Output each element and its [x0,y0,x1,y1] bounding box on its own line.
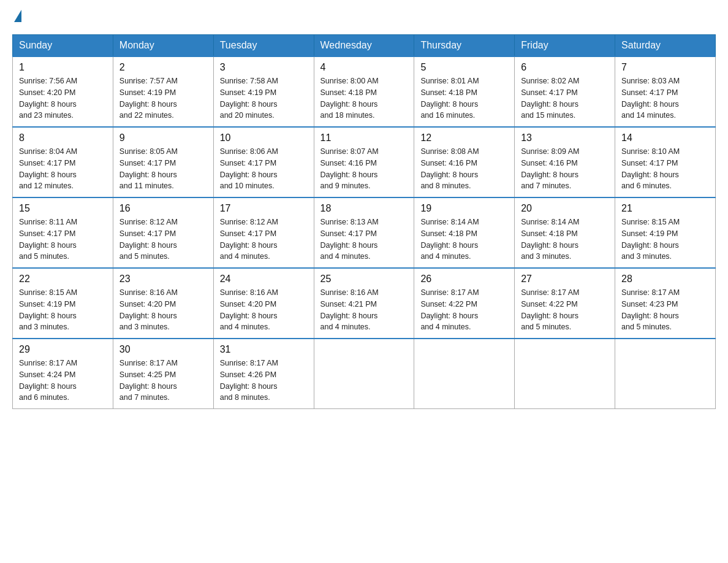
header-friday: Friday [515,35,615,57]
page-header [12,12,716,22]
day-info: Sunrise: 7:58 AM Sunset: 4:19 PM Dayligh… [220,75,308,121]
day-number: 3 [220,62,308,73]
day-number: 20 [521,203,609,214]
day-info: Sunrise: 8:06 AM Sunset: 4:17 PM Dayligh… [220,146,308,192]
day-number: 8 [19,132,107,144]
day-info: Sunrise: 8:01 AM Sunset: 4:18 PM Dayligh… [420,75,508,121]
day-info: Sunrise: 8:17 AM Sunset: 4:22 PM Dayligh… [521,287,609,333]
day-number: 18 [320,203,408,214]
day-cell-4: 4 Sunrise: 8:00 AM Sunset: 4:18 PM Dayli… [314,56,414,127]
day-number: 27 [521,274,609,285]
day-cell-15: 15 Sunrise: 8:11 AM Sunset: 4:17 PM Dayl… [13,197,113,268]
day-info: Sunrise: 8:00 AM Sunset: 4:18 PM Dayligh… [320,75,408,121]
day-info: Sunrise: 8:04 AM Sunset: 4:17 PM Dayligh… [19,146,107,192]
day-cell-24: 24 Sunrise: 8:16 AM Sunset: 4:20 PM Dayl… [213,268,314,339]
day-info: Sunrise: 8:17 AM Sunset: 4:25 PM Dayligh… [119,358,207,404]
day-number: 28 [621,274,709,285]
day-info: Sunrise: 8:09 AM Sunset: 4:16 PM Dayligh… [521,146,609,192]
day-cell-21: 21 Sunrise: 8:15 AM Sunset: 4:19 PM Dayl… [615,197,716,268]
day-info: Sunrise: 8:17 AM Sunset: 4:22 PM Dayligh… [420,287,508,333]
day-info: Sunrise: 8:15 AM Sunset: 4:19 PM Dayligh… [19,287,107,333]
day-cell-29: 29 Sunrise: 8:17 AM Sunset: 4:24 PM Dayl… [13,339,113,409]
day-number: 23 [119,274,207,285]
day-info: Sunrise: 7:57 AM Sunset: 4:19 PM Dayligh… [119,75,207,121]
day-cell-18: 18 Sunrise: 8:13 AM Sunset: 4:17 PM Dayl… [314,197,414,268]
day-cell-20: 20 Sunrise: 8:14 AM Sunset: 4:18 PM Dayl… [515,197,615,268]
day-cell-30: 30 Sunrise: 8:17 AM Sunset: 4:25 PM Dayl… [113,339,213,409]
day-cell-28: 28 Sunrise: 8:17 AM Sunset: 4:23 PM Dayl… [615,268,716,339]
day-info: Sunrise: 8:14 AM Sunset: 4:18 PM Dayligh… [420,216,508,262]
day-number: 21 [621,203,709,214]
day-cell-2: 2 Sunrise: 7:57 AM Sunset: 4:19 PM Dayli… [113,56,213,127]
day-info: Sunrise: 8:17 AM Sunset: 4:24 PM Dayligh… [19,358,107,404]
header-tuesday: Tuesday [213,35,314,57]
day-cell-23: 23 Sunrise: 8:16 AM Sunset: 4:20 PM Dayl… [113,268,213,339]
week-row-3: 15 Sunrise: 8:11 AM Sunset: 4:17 PM Dayl… [13,197,716,268]
day-cell-25: 25 Sunrise: 8:16 AM Sunset: 4:21 PM Dayl… [314,268,414,339]
day-number: 30 [119,344,207,355]
day-number: 29 [19,344,107,355]
day-info: Sunrise: 8:11 AM Sunset: 4:17 PM Dayligh… [19,216,107,262]
header-wednesday: Wednesday [314,35,414,57]
day-info: Sunrise: 8:16 AM Sunset: 4:20 PM Dayligh… [220,287,308,333]
day-cell-3: 3 Sunrise: 7:58 AM Sunset: 4:19 PM Dayli… [213,56,314,127]
day-number: 16 [119,203,207,214]
day-info: Sunrise: 8:08 AM Sunset: 4:16 PM Dayligh… [420,146,508,192]
day-cell-22: 22 Sunrise: 8:15 AM Sunset: 4:19 PM Dayl… [13,268,113,339]
day-cell-13: 13 Sunrise: 8:09 AM Sunset: 4:16 PM Dayl… [515,127,615,197]
day-info: Sunrise: 8:16 AM Sunset: 4:21 PM Dayligh… [320,287,408,333]
day-number: 6 [521,62,609,73]
day-number: 7 [621,62,709,73]
day-cell-27: 27 Sunrise: 8:17 AM Sunset: 4:22 PM Dayl… [515,268,615,339]
calendar-table: SundayMondayTuesdayWednesdayThursdayFrid… [12,34,716,409]
day-info: Sunrise: 8:12 AM Sunset: 4:17 PM Dayligh… [119,216,207,262]
day-info: Sunrise: 8:02 AM Sunset: 4:17 PM Dayligh… [521,75,609,121]
week-row-2: 8 Sunrise: 8:04 AM Sunset: 4:17 PM Dayli… [13,127,716,197]
day-cell-8: 8 Sunrise: 8:04 AM Sunset: 4:17 PM Dayli… [13,127,113,197]
day-info: Sunrise: 8:14 AM Sunset: 4:18 PM Dayligh… [521,216,609,262]
day-info: Sunrise: 8:17 AM Sunset: 4:23 PM Dayligh… [621,287,709,333]
header-saturday: Saturday [615,35,716,57]
day-number: 9 [119,132,207,144]
day-cell-6: 6 Sunrise: 8:02 AM Sunset: 4:17 PM Dayli… [515,56,615,127]
day-number: 24 [220,274,308,285]
day-cell-16: 16 Sunrise: 8:12 AM Sunset: 4:17 PM Dayl… [113,197,213,268]
day-info: Sunrise: 8:05 AM Sunset: 4:17 PM Dayligh… [119,146,207,192]
day-cell-19: 19 Sunrise: 8:14 AM Sunset: 4:18 PM Dayl… [414,197,515,268]
day-number: 10 [220,132,308,144]
empty-cell [615,339,716,409]
day-info: Sunrise: 8:15 AM Sunset: 4:19 PM Dayligh… [621,216,709,262]
day-cell-10: 10 Sunrise: 8:06 AM Sunset: 4:17 PM Dayl… [213,127,314,197]
day-cell-9: 9 Sunrise: 8:05 AM Sunset: 4:17 PM Dayli… [113,127,213,197]
day-info: Sunrise: 8:03 AM Sunset: 4:17 PM Dayligh… [621,75,709,121]
empty-cell [414,339,515,409]
day-number: 2 [119,62,207,73]
day-cell-1: 1 Sunrise: 7:56 AM Sunset: 4:20 PM Dayli… [13,56,113,127]
day-number: 22 [19,274,107,285]
day-number: 13 [521,132,609,144]
day-info: Sunrise: 8:17 AM Sunset: 4:26 PM Dayligh… [220,358,308,404]
empty-cell [314,339,414,409]
day-info: Sunrise: 8:10 AM Sunset: 4:17 PM Dayligh… [621,146,709,192]
week-row-5: 29 Sunrise: 8:17 AM Sunset: 4:24 PM Dayl… [13,339,716,409]
day-number: 31 [220,344,308,355]
day-info: Sunrise: 8:07 AM Sunset: 4:16 PM Dayligh… [320,146,408,192]
header-monday: Monday [113,35,213,57]
day-number: 12 [420,132,508,144]
day-number: 15 [19,203,107,214]
day-number: 14 [621,132,709,144]
day-number: 4 [320,62,408,73]
calendar-header-row: SundayMondayTuesdayWednesdayThursdayFrid… [13,35,716,57]
day-cell-26: 26 Sunrise: 8:17 AM Sunset: 4:22 PM Dayl… [414,268,515,339]
day-info: Sunrise: 8:16 AM Sunset: 4:20 PM Dayligh… [119,287,207,333]
header-thursday: Thursday [414,35,515,57]
day-info: Sunrise: 8:12 AM Sunset: 4:17 PM Dayligh… [220,216,308,262]
day-cell-17: 17 Sunrise: 8:12 AM Sunset: 4:17 PM Dayl… [213,197,314,268]
day-cell-31: 31 Sunrise: 8:17 AM Sunset: 4:26 PM Dayl… [213,339,314,409]
week-row-4: 22 Sunrise: 8:15 AM Sunset: 4:19 PM Dayl… [13,268,716,339]
day-number: 11 [320,132,408,144]
day-cell-14: 14 Sunrise: 8:10 AM Sunset: 4:17 PM Dayl… [615,127,716,197]
day-info: Sunrise: 8:13 AM Sunset: 4:17 PM Dayligh… [320,216,408,262]
day-cell-5: 5 Sunrise: 8:01 AM Sunset: 4:18 PM Dayli… [414,56,515,127]
logo-triangle-icon [14,10,21,22]
